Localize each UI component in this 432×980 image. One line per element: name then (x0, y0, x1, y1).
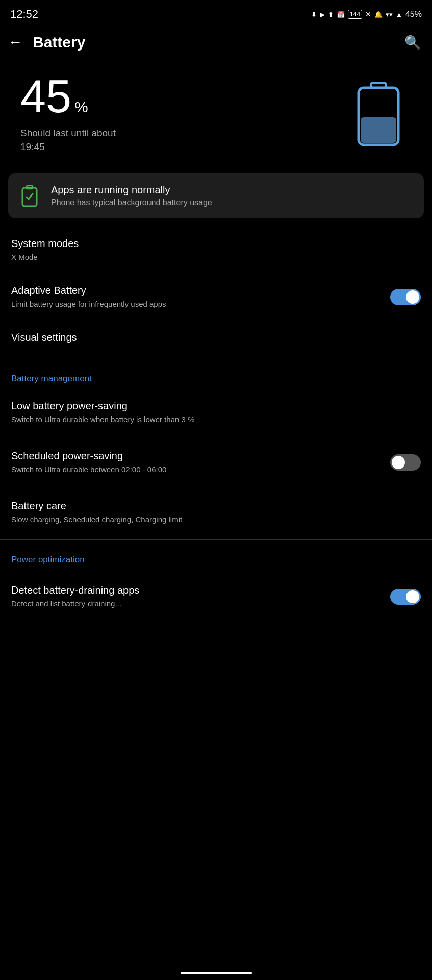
upload-icon: ⬆ (328, 11, 334, 18)
page-header: ← Battery 🔍 (0, 27, 432, 58)
scheduled-power-saving-item[interactable]: Scheduled power-saving Switch to Ultra d… (0, 436, 432, 489)
low-battery-item[interactable]: Low battery power-saving Switch to Ultra… (0, 389, 432, 436)
status-icons: ⬇ ▶ ⬆ 📅 144 ✕ 🔔 ▾▾ ▲ 45% (311, 10, 422, 19)
status-time: 12:52 (10, 8, 38, 21)
battery-number: 45 (20, 74, 71, 119)
status-bar: 12:52 ⬇ ▶ ⬆ 📅 144 ✕ 🔔 ▾▾ ▲ 45% (0, 0, 432, 27)
detect-draining-item[interactable]: Detect battery-draining apps Detect and … (0, 570, 432, 623)
section-divider-2 (0, 539, 432, 540)
system-modes-subtitle: X Mode (11, 252, 79, 262)
low-battery-subtitle: Switch to Ultra durable when battery is … (11, 414, 194, 425)
power-optimization-section: Power optimization Detect battery-draini… (0, 543, 432, 623)
battery-estimate: Should last until about19:45 (20, 127, 350, 154)
adaptive-battery-toggle[interactable] (390, 289, 421, 305)
wifi-icon: ▾▾ (386, 11, 393, 18)
battery-management-section: Battery management Low battery power-sav… (0, 361, 432, 536)
battery-svg (355, 81, 401, 147)
page-title: Battery (33, 34, 85, 51)
adaptive-battery-subtitle: Limit battery usage for infrequently use… (11, 299, 166, 309)
system-modes-title: System modes (11, 238, 79, 250)
power-optimization-header: Power optimization (0, 543, 432, 570)
detect-draining-subtitle: Detect and list battery-draining... (11, 598, 139, 609)
scheduled-power-saving-subtitle: Switch to Ultra durable between 02:00 - … (11, 464, 166, 475)
back-button[interactable]: ← (8, 34, 22, 51)
search-button[interactable]: 🔍 (404, 35, 421, 51)
x-icon: ✕ (365, 10, 371, 18)
battery-display: 45 % Should last until about19:45 (0, 58, 432, 169)
battery-care-subtitle: Slow charging, Scheduled charging, Charg… (11, 514, 182, 525)
battery-care-title: Battery care (11, 500, 182, 512)
status-card-title: Apps are running normally (51, 184, 212, 196)
scheduled-power-saving-toggle[interactable] (390, 454, 421, 471)
bottom-home-indicator (181, 972, 252, 974)
status-card-text: Apps are running normally Phone has typi… (51, 184, 212, 207)
status-card-subtitle: Phone has typical background battery usa… (51, 198, 212, 207)
battery-management-header: Battery management (0, 361, 432, 389)
adaptive-battery-item[interactable]: Adaptive Battery Limit battery usage for… (0, 274, 432, 321)
signal-icon: ▲ (396, 11, 402, 18)
battery-status-icon (18, 185, 41, 207)
battery-info: 45 % Should last until about19:45 (20, 74, 350, 154)
section-divider-1 (0, 358, 432, 358)
detect-draining-toggle[interactable] (390, 589, 421, 605)
detect-draining-title: Detect battery-draining apps (11, 584, 139, 596)
svg-rect-2 (361, 117, 396, 143)
bottom-bar (0, 966, 432, 980)
status-card[interactable]: Apps are running normally Phone has typi… (8, 173, 424, 218)
visual-settings-title: Visual settings (11, 332, 77, 344)
adaptive-battery-title: Adaptive Battery (11, 285, 166, 297)
calendar-icon: 📅 (337, 11, 345, 18)
download-icon: ⬇ (311, 11, 317, 18)
battery-care-item[interactable]: Battery care Slow charging, Scheduled ch… (0, 489, 432, 536)
detect-toggle-separator (382, 581, 382, 612)
scheduled-power-saving-title: Scheduled power-saving (11, 450, 166, 462)
detect-toggle-group (382, 581, 421, 612)
youtube-icon: ▶ (320, 11, 325, 18)
toggle-separator (382, 447, 382, 478)
visual-settings-item[interactable]: Visual settings (0, 321, 432, 355)
system-modes-item[interactable]: System modes X Mode (0, 227, 432, 274)
battery-percent: 45% (405, 10, 422, 19)
main-settings-list: System modes X Mode Adaptive Battery Lim… (0, 227, 432, 355)
battery-icon (350, 81, 406, 147)
notification-icon: 🔔 (374, 11, 383, 18)
scheduled-toggle-group (382, 447, 421, 478)
low-battery-title: Low battery power-saving (11, 400, 194, 412)
battery-pct-sign: % (74, 99, 88, 116)
refresh-rate-icon: 144 (348, 10, 362, 19)
